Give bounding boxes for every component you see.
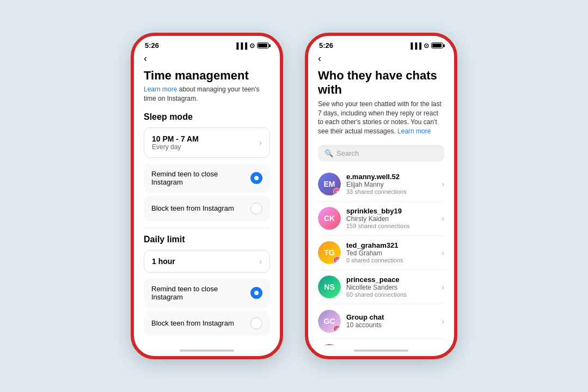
svg-point-4 [336, 260, 338, 261]
chat-item[interactable]: NSprincess_peaceNicollete Sanders60 shar… [318, 270, 444, 304]
battery-icon-right [431, 42, 443, 48]
chat-realname: Elijah Manny [346, 181, 442, 188]
chat-realname: Ted Graham [346, 249, 442, 257]
chat-info: princess_peaceNicollete Sanders60 shared… [346, 275, 442, 298]
learn-more-link-right[interactable]: Learn more [397, 127, 431, 135]
avatar: NS [318, 275, 341, 298]
search-placeholder: Search [336, 149, 359, 157]
avatar: CK [318, 207, 341, 230]
sleep-section-label: Sleep mode [144, 112, 270, 122]
chat-info: sprinkles_bby19Chirsty Kaiden159 shared … [346, 207, 442, 229]
instagram-badge-icon [333, 325, 341, 333]
svg-point-8 [338, 328, 338, 328]
svg-point-5 [338, 259, 338, 260]
chat-info: ted_graham321Ted Graham0 shared connecti… [346, 241, 442, 264]
chat-shared-connections: 159 shared connections [346, 223, 442, 229]
avatar: EM [318, 173, 341, 195]
sleep-time-block: 10 PM - 7 AM Every day [152, 134, 199, 151]
status-bar-right: 5:26 ▐▐▐ ⊙ [308, 36, 454, 53]
instagram-badge-icon [333, 188, 341, 195]
chat-realname: Chirsty Kaiden [346, 215, 442, 223]
chat-chevron-icon: › [442, 317, 444, 326]
chat-info: e.manny.well.52Elijah Manny33 shared con… [346, 173, 442, 195]
chat-item[interactable]: GCGroup chat10 accounts› [318, 304, 444, 339]
subtitle-left: Learn more about managing your teen's ti… [144, 85, 270, 103]
status-icons-left: ▐▐▐ ⊙ [235, 42, 269, 50]
page-title-right: Who they have chats with [318, 69, 444, 97]
home-bar-right [354, 350, 408, 352]
sleep-days: Every day [152, 143, 199, 151]
chat-info: Group chat10 accounts [346, 313, 442, 329]
left-phone: 5:26 ▐▐▐ ⊙ ‹ Time management Learn more … [131, 33, 283, 359]
back-button-right[interactable]: ‹ [318, 53, 444, 64]
wifi-icon: ⊙ [249, 42, 255, 50]
chat-shared-connections: 60 shared connections [346, 291, 442, 298]
daily-limit-selector[interactable]: 1 hour › [144, 250, 270, 273]
left-phone-content: ‹ Time management Learn more about manag… [134, 53, 280, 345]
signal-icon: ▐▐▐ [235, 42, 247, 49]
chat-username: Group chat [346, 313, 442, 321]
chat-realname: Nicollete Sanders [346, 284, 442, 291]
remind-radio-on-2[interactable] [250, 287, 262, 299]
daily-section-label: Daily limit [144, 235, 270, 244]
time-left: 5:26 [145, 41, 159, 50]
block-label-1: Block teen from Instagram [151, 204, 234, 212]
back-button-left[interactable]: ‹ [144, 53, 270, 64]
svg-point-2 [338, 191, 338, 191]
instagram-badge-icon [333, 256, 341, 264]
chat-username: e.manny.well.52 [346, 173, 442, 181]
svg-point-7 [336, 328, 338, 330]
page-title-left: Time management [144, 69, 270, 83]
chat-item[interactable]: CKsprinkles_bby19Chirsty Kaiden159 share… [318, 201, 444, 236]
block-radio-off-2[interactable] [250, 317, 262, 329]
daily-value: 1 hour [152, 257, 175, 266]
divider-1 [144, 228, 270, 228]
daily-chevron-icon: › [259, 257, 262, 266]
home-bar-left [180, 350, 234, 352]
chat-username: princess_peace [346, 275, 442, 284]
sleep-chevron-icon: › [259, 138, 262, 147]
home-indicator-right [308, 345, 454, 356]
chat-username: sprinkles_bby19 [346, 207, 442, 215]
signal-icon-right: ▐▐▐ [409, 42, 421, 49]
home-indicator-left [134, 345, 280, 356]
block-label-2: Block teen from Instagram [151, 319, 234, 327]
chat-chevron-icon: › [442, 248, 444, 257]
wifi-icon-right: ⊙ [424, 42, 429, 50]
time-right: 5:26 [319, 41, 333, 50]
block-radio-off-1[interactable] [250, 203, 262, 215]
remind-radio-on-1[interactable] [250, 172, 262, 184]
chat-shared-connections: 33 shared connections [346, 188, 442, 195]
sleep-mode-selector[interactable]: 10 PM - 7 AM Every day › [144, 127, 270, 158]
contacts-list: EMe.manny.well.52Elijah Manny33 shared c… [318, 167, 444, 345]
right-phone-content: ‹ Who they have chats with See who your … [308, 53, 454, 345]
svg-point-1 [336, 191, 338, 193]
block-toggle-2[interactable]: Block teen from Instagram [144, 311, 270, 336]
remind-toggle-1[interactable]: Remind teen to close Instagram [144, 163, 270, 193]
chat-item[interactable]: EMe.manny.well.52Elijah Manny33 shared c… [318, 167, 444, 201]
chat-shared-connections: 0 shared connections [346, 257, 442, 264]
remind-label-2: Remind teen to close Instagram [151, 285, 250, 301]
chat-chevron-icon: › [442, 283, 444, 291]
learn-more-link-top[interactable]: Learn more [144, 85, 177, 93]
battery-icon [257, 42, 269, 48]
status-icons-right: ▐▐▐ ⊙ [409, 42, 443, 50]
chat-chevron-icon: › [442, 180, 444, 188]
search-bar[interactable]: 🔍 Search [318, 145, 444, 162]
status-bar-left: 5:26 ▐▐▐ ⊙ [134, 36, 280, 53]
subtitle-right: See who your teen chatted with for the l… [318, 100, 444, 136]
chat-item[interactable]: TGted_graham321Ted Graham0 shared connec… [318, 236, 444, 270]
sleep-time: 10 PM - 7 AM [152, 134, 199, 143]
chat-chevron-icon: › [442, 214, 444, 223]
avatar: TG [318, 241, 341, 264]
avatar: GC [318, 310, 341, 333]
remind-label-1: Remind teen to close Instagram [151, 170, 250, 186]
chat-username: ted_graham321 [346, 241, 442, 249]
remind-toggle-2[interactable]: Remind teen to close Instagram [144, 278, 270, 308]
search-icon: 🔍 [324, 149, 333, 157]
chat-realname: 10 accounts [346, 321, 442, 329]
chat-item[interactable]: SSsuper_santi_73Sam Santi0 shared connec… [318, 339, 444, 345]
block-toggle-1[interactable]: Block teen from Instagram [144, 196, 270, 221]
right-phone: 5:26 ▐▐▐ ⊙ ‹ Who they have chats with Se… [305, 33, 457, 359]
